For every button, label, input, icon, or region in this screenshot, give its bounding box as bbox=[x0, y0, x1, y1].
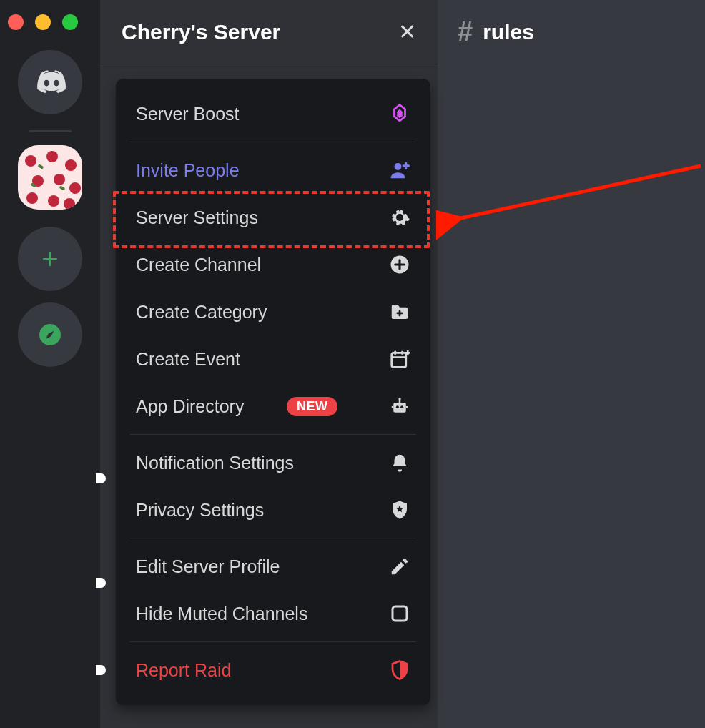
menu-label: Server Boost bbox=[136, 104, 240, 124]
minimize-window-button[interactable] bbox=[35, 14, 51, 30]
svg-point-2 bbox=[395, 163, 402, 170]
folder-plus-icon bbox=[389, 301, 410, 323]
channel-header: # rules bbox=[438, 0, 705, 64]
menu-report-raid[interactable]: Report Raid bbox=[116, 646, 430, 694]
menu-create-category[interactable]: Create Category bbox=[116, 288, 430, 335]
menu-separator bbox=[130, 434, 416, 435]
menu-edit-server-profile[interactable]: Edit Server Profile bbox=[116, 543, 430, 590]
checkbox-empty-icon bbox=[389, 603, 410, 624]
guild-rail: + bbox=[0, 0, 100, 728]
channel-name: rules bbox=[483, 20, 534, 44]
close-window-button[interactable] bbox=[8, 14, 24, 30]
guild-separator bbox=[29, 130, 72, 132]
discord-logo-icon bbox=[32, 64, 68, 100]
maximize-window-button[interactable] bbox=[62, 14, 78, 30]
menu-label: Hide Muted Channels bbox=[136, 604, 307, 624]
bell-icon bbox=[389, 452, 410, 473]
server-header[interactable]: Cherry's Server ✕ bbox=[100, 0, 438, 64]
menu-label: Server Settings bbox=[136, 207, 258, 228]
compass-icon bbox=[37, 322, 63, 348]
server-avatar-cherry[interactable] bbox=[18, 145, 82, 210]
close-icon[interactable]: ✕ bbox=[398, 19, 416, 44]
home-dm-button[interactable] bbox=[18, 50, 82, 114]
main-content: # rules bbox=[438, 0, 705, 728]
calendar-plus-icon bbox=[389, 348, 410, 370]
menu-separator bbox=[130, 641, 416, 642]
svg-point-8 bbox=[398, 398, 400, 400]
menu-hide-muted-channels[interactable]: Hide Muted Channels bbox=[116, 590, 430, 637]
channel-indicator-pip bbox=[96, 665, 106, 675]
menu-server-settings[interactable]: Server Settings bbox=[116, 194, 430, 241]
svg-rect-9 bbox=[393, 606, 407, 621]
gear-icon bbox=[389, 207, 410, 228]
shield-alert-icon bbox=[389, 659, 410, 681]
menu-label: Create Category bbox=[136, 302, 267, 323]
boost-gem-icon bbox=[389, 103, 410, 124]
svg-rect-4 bbox=[392, 353, 406, 367]
menu-notification-settings[interactable]: Notification Settings bbox=[116, 439, 430, 486]
svg-point-1 bbox=[49, 333, 51, 336]
menu-separator bbox=[130, 142, 416, 142]
menu-separator bbox=[130, 538, 416, 538]
menu-server-boost[interactable]: Server Boost bbox=[116, 90, 430, 137]
menu-app-directory[interactable]: App Directory NEW bbox=[116, 383, 430, 430]
menu-invite-people[interactable]: Invite People bbox=[116, 147, 430, 194]
pencil-icon bbox=[389, 556, 410, 577]
server-context-menu: Server Boost Invite People Server Settin… bbox=[116, 79, 430, 705]
svg-point-7 bbox=[400, 405, 403, 408]
menu-label: Create Channel bbox=[136, 255, 261, 275]
person-plus-icon bbox=[389, 159, 410, 181]
new-badge: NEW bbox=[287, 397, 338, 416]
menu-label: Create Event bbox=[136, 349, 240, 370]
shield-star-icon bbox=[389, 499, 410, 521]
menu-label: Report Raid bbox=[136, 660, 231, 681]
menu-label: Edit Server Profile bbox=[136, 556, 280, 577]
menu-label: Invite People bbox=[136, 160, 240, 181]
server-name: Cherry's Server bbox=[122, 20, 280, 44]
menu-label: Notification Settings bbox=[136, 453, 294, 473]
explore-servers-button[interactable] bbox=[18, 302, 82, 367]
svg-rect-5 bbox=[393, 403, 406, 413]
hash-icon: # bbox=[458, 16, 473, 47]
window-controls bbox=[8, 14, 78, 30]
add-server-button[interactable]: + bbox=[18, 227, 82, 291]
menu-label: App Directory bbox=[136, 396, 244, 417]
svg-point-6 bbox=[396, 405, 399, 408]
channel-indicator-pip bbox=[96, 578, 106, 588]
menu-privacy-settings[interactable]: Privacy Settings bbox=[116, 486, 430, 533]
channel-indicator-pip bbox=[96, 473, 106, 483]
menu-label: Privacy Settings bbox=[136, 500, 264, 521]
menu-create-event[interactable]: Create Event bbox=[116, 335, 430, 383]
robot-icon bbox=[389, 395, 410, 417]
circle-plus-icon bbox=[389, 254, 410, 275]
menu-create-channel[interactable]: Create Channel bbox=[116, 241, 430, 288]
